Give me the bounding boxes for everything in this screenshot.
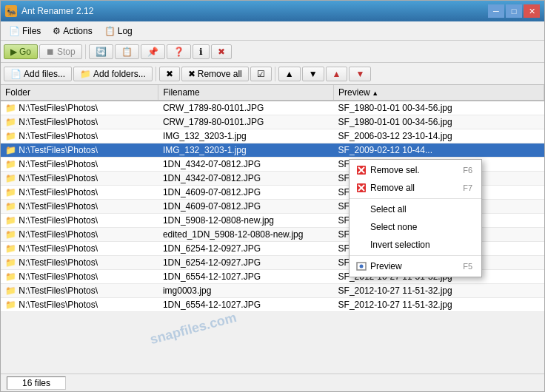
ctx-item-left: Invert selection [355,239,430,251]
app-icon: 🐜 [5,5,17,17]
title-bar-left: 🐜 Ant Renamer 2.12 [5,5,93,17]
remove-sel-button[interactable]: ✖ [159,67,180,81]
cell-preview: SF_1980-01-01 00-34-56.jpg [334,101,544,115]
sort-down-button[interactable]: ▼ [302,67,324,81]
table-row[interactable]: 📁 N:\TestFiles\Photos\IMG_132_3203-1.jpg… [1,129,544,143]
context-menu-item-invert-selection[interactable]: Invert selection [350,236,481,254]
cell-folder: 📁 N:\TestFiles\Photos\ [1,115,158,129]
ctx-item-left: Remove all [355,182,415,194]
add-folders-button[interactable]: 📁 Add folders... [73,67,153,81]
log-icon: 📋 [104,26,116,36]
menu-item-files[interactable]: 📄 Files [4,24,46,38]
go-icon: ▶ [10,47,17,57]
ctx-item-icon [355,239,367,251]
close-app-button[interactable]: ✖ [211,44,232,59]
menu-log-label: Log [118,26,133,36]
copy-icon: 📋 [121,47,133,57]
move-bottom-icon: ▼ [355,69,364,79]
table-row[interactable]: 📁 N:\TestFiles\Photos\IMG_132_3203-1.jpg… [1,143,544,158]
toolbar-separator-2 [156,67,156,81]
info-button[interactable]: ℹ [193,44,210,59]
folder-icon: 📁 [5,103,16,113]
cell-filename: IMG_132_3203-1.jpg [158,143,334,158]
move-top-button[interactable]: ▲ [326,67,348,81]
menu-bar: 📄 Files ⚙ Actions 📋 Log [1,21,544,41]
select-icon: ☑ [257,69,265,79]
table-row[interactable]: 📁 N:\TestFiles\Photos\CRW_1789-80-0101.J… [1,101,544,115]
svg-point-7 [360,265,364,268]
cell-folder: 📁 N:\TestFiles\Photos\ [1,242,158,256]
ctx-item-key: F6 [463,166,472,175]
cell-filename: img0003.jpg [158,284,334,298]
maximize-button[interactable]: □ [506,4,522,18]
cell-folder: 📁 N:\TestFiles\Photos\ [1,158,158,172]
cell-filename: 1DN_4342-07-0812.JPG [158,172,334,186]
add-files-label: Add files... [24,69,65,79]
copy-button[interactable]: 📋 [115,44,139,59]
cell-folder: 📁 N:\TestFiles\Photos\ [1,270,158,284]
sort-up-icon: ▲ [285,69,294,79]
folder-icon: 📁 [5,285,16,296]
cell-filename: 1DN_4609-07-0812.JPG [158,186,334,200]
refresh-icon: 🔄 [96,47,107,57]
stop-button[interactable]: ⏹ Stop [39,44,82,59]
folder-icon: 📁 [5,117,16,127]
ctx-item-icon [355,203,367,215]
table-row[interactable]: 📁 N:\TestFiles\Photos\CRW_1789-80-0101.J… [1,115,544,129]
context-menu-separator [350,198,481,199]
ctx-item-label: Select all [370,204,407,214]
ctx-item-label: Invert selection [370,240,430,250]
context-menu-item-remove-all[interactable]: Remove allF7 [350,179,481,197]
folder-icon: 📁 [5,229,16,240]
table-row[interactable]: 📁 N:\TestFiles\Photos\1DN_6554-12-1027.J… [1,298,544,312]
add-folders-label: Add folders... [93,69,146,79]
close-button[interactable]: ✕ [524,4,540,18]
go-button[interactable]: ▶ Go [4,44,38,59]
add-folders-icon: 📁 [80,69,91,79]
ctx-item-label: Preview [370,261,402,271]
ctx-item-icon [355,182,367,194]
col-folder[interactable]: Folder [1,85,158,101]
context-menu: Remove sel.F6Remove allF7Select allSelec… [349,159,482,277]
cell-filename: 1DN_6554-12-1027.JPG [158,270,334,284]
remove-sel-icon: ✖ [166,69,173,79]
cell-filename: 1DN_5908-12-0808-new.jpg [158,214,334,228]
cell-folder: 📁 N:\TestFiles\Photos\ [1,284,158,298]
context-menu-item-select-all[interactable]: Select all [350,200,481,218]
cell-folder: 📁 N:\TestFiles\Photos\ [1,228,158,242]
menu-item-actions[interactable]: ⚙ Actions [47,24,97,38]
col-filename[interactable]: Filename [158,85,334,101]
ctx-item-icon [355,164,367,176]
cell-folder: 📁 N:\TestFiles\Photos\ [1,256,158,270]
context-menu-item-preview[interactable]: PreviewF5 [350,257,481,275]
minimize-button[interactable]: ─ [488,4,504,18]
ctx-item-left: Select all [355,203,407,215]
move-bottom-button[interactable]: ▼ [349,67,371,81]
context-menu-item-remove-sel.[interactable]: Remove sel.F6 [350,161,481,179]
add-files-button[interactable]: 📄 Add files... [4,67,72,81]
table-row[interactable]: 📁 N:\TestFiles\Photos\img0003.jpgSF_2012… [1,284,544,298]
toolbar-main: ▶ Go ⏹ Stop 🔄 📋 📌 ❓ ℹ ✖ [1,41,544,63]
move-top-icon: ▲ [332,69,341,79]
add-files-icon: 📄 [10,69,21,79]
folder-icon: 📁 [5,159,16,169]
paste-button[interactable]: 📌 [141,44,165,59]
cell-preview: SF_1980-01-01 00-34-56.jpg [334,115,544,129]
actions-icon: ⚙ [53,26,61,36]
select-button[interactable]: ☑ [250,67,272,81]
menu-item-log[interactable]: 📋 Log [99,24,138,38]
folder-icon: 📁 [5,215,16,226]
help-button[interactable]: ❓ [167,44,191,59]
sort-up-button[interactable]: ▲ [278,67,301,81]
go-label: Go [19,47,31,57]
sort-down-icon: ▼ [309,69,318,79]
cell-filename: IMG_132_3203-1.jpg [158,129,334,143]
cell-folder: 📁 N:\TestFiles\Photos\ [1,101,158,115]
ctx-item-left: Select none [355,221,417,233]
col-preview[interactable]: Preview [334,85,544,101]
cell-filename: CRW_1789-80-0101.JPG [158,115,334,129]
ctx-item-key: F7 [463,183,472,192]
remove-all-button[interactable]: ✖ Remove all [181,67,249,81]
refresh-button[interactable]: 🔄 [89,44,113,59]
context-menu-item-select-none[interactable]: Select none [350,218,481,236]
